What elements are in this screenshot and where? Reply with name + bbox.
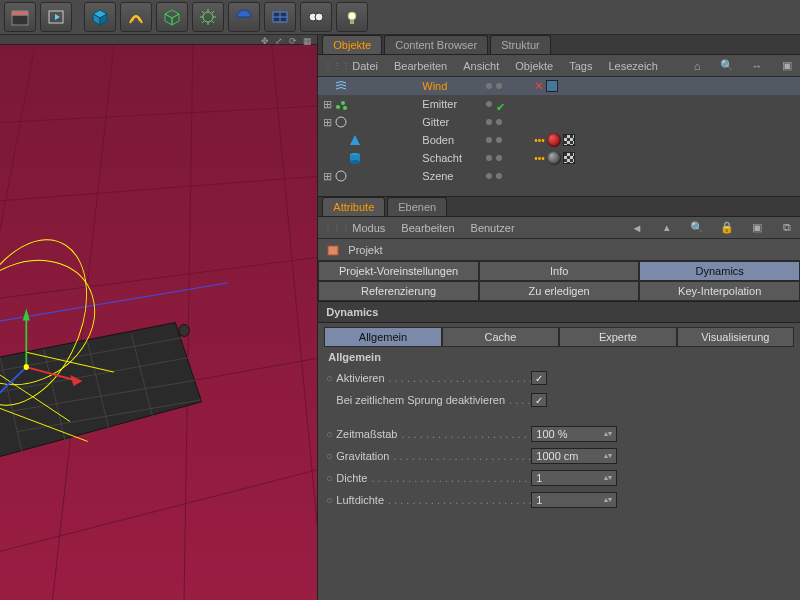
object-row-boden[interactable]: Boden •••	[318, 131, 800, 149]
new-window-icon[interactable]: ⧉	[780, 221, 794, 235]
tool-light-icon[interactable]	[336, 2, 368, 32]
object-label[interactable]: Boden	[422, 134, 486, 146]
subtab-allgemein[interactable]: Allgemein	[324, 327, 441, 347]
tool-coil-icon[interactable]	[120, 2, 152, 32]
layout-icon[interactable]: ▦	[303, 36, 311, 44]
arrow-icon[interactable]: ↔	[750, 59, 764, 73]
attr-tab-dynamics[interactable]: Dynamics	[639, 261, 800, 281]
material-tag-icon[interactable]	[547, 133, 561, 147]
vis-dot-icon[interactable]	[496, 83, 502, 89]
anim-bullet-icon[interactable]: ○	[326, 472, 336, 484]
om-menu-datei[interactable]: Datei	[352, 60, 378, 72]
grid-tag-icon[interactable]	[546, 80, 558, 92]
object-label[interactable]: Szene	[422, 170, 486, 182]
up-icon[interactable]: ▴	[660, 221, 674, 235]
object-tree[interactable]: Wind ✕ ⊞ Emitter ✔ ⊞ Gitter	[318, 77, 800, 197]
object-label[interactable]: Emitter	[422, 98, 486, 110]
zeitmassstab-field[interactable]: 100 %▴▾	[531, 426, 617, 442]
tool-cube-icon[interactable]	[84, 2, 116, 32]
vis-dot-icon[interactable]	[486, 83, 492, 89]
vis-dot-icon[interactable]	[496, 137, 502, 143]
am-menu-bearbeiten[interactable]: Bearbeiten	[401, 222, 454, 234]
lock-icon[interactable]: 🔒	[720, 221, 734, 235]
enable-check-icon[interactable]: ✔	[496, 101, 502, 107]
aktivieren-checkbox[interactable]: ✓	[531, 371, 547, 385]
attr-tab-zu-erledigen[interactable]: Zu erledigen	[479, 281, 640, 301]
tool-clapper-icon[interactable]	[4, 2, 36, 32]
luftdichte-field[interactable]: 1▴▾	[531, 492, 617, 508]
om-menu-objekte[interactable]: Objekte	[515, 60, 553, 72]
spinner-icon[interactable]: ▴▾	[604, 431, 612, 437]
vis-dot-icon[interactable]	[486, 155, 492, 161]
drag-handle-icon[interactable]: ⋮⋮⋮	[324, 223, 336, 232]
settings-icon[interactable]: ▣	[750, 221, 764, 235]
object-row-szene[interactable]: ⊞ Szene	[318, 167, 800, 185]
back-icon[interactable]: ◄	[630, 221, 644, 235]
dichte-field[interactable]: 1▴▾	[531, 470, 617, 486]
subtab-cache[interactable]: Cache	[442, 327, 559, 347]
expand-icon[interactable]: ⊞	[322, 170, 332, 183]
deaktivieren-checkbox[interactable]: ✓	[531, 393, 547, 407]
gravitation-field[interactable]: 1000 cm▴▾	[531, 448, 617, 464]
spinner-icon[interactable]: ▴▾	[604, 453, 612, 459]
dots-tag-icon[interactable]: •••	[534, 135, 545, 146]
vis-dot-icon[interactable]	[486, 173, 492, 179]
viewport[interactable]	[0, 45, 317, 600]
spinner-icon[interactable]: ▴▾	[604, 497, 612, 503]
layout-toggle-icon[interactable]: ▣	[780, 59, 794, 73]
vis-dot-icon[interactable]	[486, 101, 492, 107]
om-menu-bearbeiten[interactable]: Bearbeiten	[394, 60, 447, 72]
drag-handle-icon[interactable]: ⋮⋮⋮	[324, 61, 336, 70]
attr-tab-referenzierung[interactable]: Referenzierung	[318, 281, 479, 301]
anim-bullet-icon[interactable]: ○	[326, 428, 336, 440]
rotate-icon[interactable]: ⟳	[289, 36, 297, 44]
attr-tab-key-interpolation[interactable]: Key-Interpolation	[639, 281, 800, 301]
tool-cube-wire-icon[interactable]	[156, 2, 188, 32]
om-menu-tags[interactable]: Tags	[569, 60, 592, 72]
vis-dot-icon[interactable]	[486, 119, 492, 125]
tab-ebenen[interactable]: Ebenen	[387, 197, 447, 216]
tool-gear-icon[interactable]	[192, 2, 224, 32]
vis-dot-icon[interactable]	[496, 155, 502, 161]
dots-tag-icon[interactable]: •••	[534, 153, 545, 164]
attr-tab-info[interactable]: Info	[479, 261, 640, 281]
home-icon[interactable]: ⌂	[690, 59, 704, 73]
spinner-icon[interactable]: ▴▾	[604, 475, 612, 481]
om-menu-ansicht[interactable]: Ansicht	[463, 60, 499, 72]
expand-icon[interactable]: ⊞	[322, 98, 332, 111]
vis-dot-icon[interactable]	[496, 173, 502, 179]
tool-goggles-icon[interactable]	[300, 2, 332, 32]
tab-content-browser[interactable]: Content Browser	[384, 35, 488, 54]
am-menu-benutzer[interactable]: Benutzer	[471, 222, 515, 234]
am-menu-modus[interactable]: Modus	[352, 222, 385, 234]
tool-sphere-half-icon[interactable]	[228, 2, 260, 32]
attr-tab-projekt-voreinstellungen[interactable]: Projekt-Voreinstellungen	[318, 261, 479, 281]
tool-frame-icon[interactable]	[40, 2, 72, 32]
search-icon[interactable]: 🔍	[690, 221, 704, 235]
material-tag-icon[interactable]	[547, 151, 561, 165]
disable-tag-icon[interactable]: ✕	[534, 79, 544, 93]
zoom-icon[interactable]: ⤢	[275, 36, 283, 44]
vis-dot-icon[interactable]	[496, 119, 502, 125]
object-row-wind[interactable]: Wind ✕	[318, 77, 800, 95]
tab-objekte[interactable]: Objekte	[322, 35, 382, 54]
tab-attribute[interactable]: Attribute	[322, 197, 385, 216]
viewport-nav-strip[interactable]: ✥ ⤢ ⟳ ▦	[0, 35, 317, 45]
search-icon[interactable]: 🔍	[720, 59, 734, 73]
subtab-experte[interactable]: Experte	[559, 327, 676, 347]
move-icon[interactable]: ✥	[261, 36, 269, 44]
object-label[interactable]: Gitter	[422, 116, 486, 128]
anim-bullet-icon[interactable]: ○	[326, 450, 336, 462]
object-label[interactable]: Wind	[422, 80, 486, 92]
subtab-visualisierung[interactable]: Visualisierung	[677, 327, 794, 347]
texture-tag-icon[interactable]	[563, 134, 575, 146]
om-menu-lesezeichen[interactable]: Lesezeich	[608, 60, 658, 72]
vis-dot-icon[interactable]	[486, 137, 492, 143]
object-label[interactable]: Schacht	[422, 152, 486, 164]
object-row-gitter[interactable]: ⊞ Gitter	[318, 113, 800, 131]
object-row-emitter[interactable]: ⊞ Emitter ✔	[318, 95, 800, 113]
expand-icon[interactable]: ⊞	[322, 116, 332, 129]
tool-grid-icon[interactable]	[264, 2, 296, 32]
tab-struktur[interactable]: Struktur	[490, 35, 551, 54]
texture-tag-icon[interactable]	[563, 152, 575, 164]
